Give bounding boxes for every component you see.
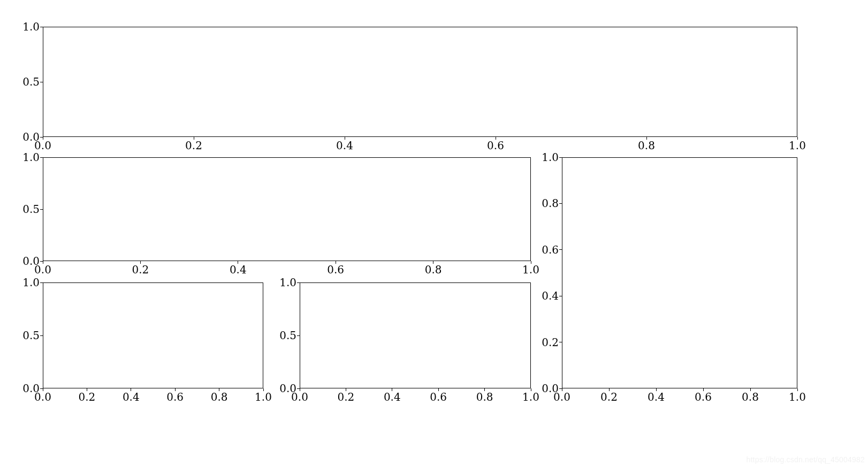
ytick-label: 0.0 [542,382,559,395]
ytick-label: 0.5 [22,75,40,88]
xtick-label: 0.6 [430,391,447,403]
xtick-label: 0.2 [132,263,149,276]
xtick-label: 1.0 [255,391,272,403]
ytick-label: 0.5 [22,329,40,342]
xtick-label: 0.2 [600,391,618,403]
ytick-label: 1.0 [22,20,40,33]
xtick-label: 0.4 [336,139,353,152]
xtick-label: 1.0 [789,139,806,152]
ytick-mark [40,388,43,389]
ytick-mark [40,261,43,262]
xtick-label: 0.6 [327,263,344,276]
xtick-label: 0.8 [742,391,759,403]
ytick-mark [40,27,43,27]
ytick-mark [40,82,43,82]
xtick-label: 0.8 [425,263,442,276]
ytick-label: 0.6 [542,243,559,256]
axes-ax5: 0.00.20.40.60.81.00.00.51.0 [300,282,531,388]
ytick-label: 0.0 [22,382,40,395]
axes-ax1: 0.00.20.40.60.81.00.00.51.0 [43,27,797,137]
ytick-mark [559,157,562,158]
xtick-label: 0.2 [337,391,354,403]
ytick-label: 1.0 [542,151,559,164]
ytick-mark [559,342,562,342]
ytick-mark [40,157,43,158]
xtick-label: 0.8 [211,391,228,403]
ytick-mark [40,209,43,210]
xtick-label: 1.0 [789,391,806,403]
axes-ax2: 0.00.20.40.60.81.00.00.51.0 [43,157,531,261]
ytick-mark [559,388,562,389]
xtick-label: 0.4 [648,391,665,403]
ytick-mark [40,137,43,137]
xtick-label: 0.4 [230,263,247,276]
ytick-mark [559,203,562,204]
xtick-label: 0.6 [695,391,712,403]
plot-area [43,157,531,261]
axes-ax4: 0.00.20.40.60.81.00.00.51.0 [43,282,263,388]
xtick-label: 0.6 [487,139,504,152]
ytick-mark [297,282,300,283]
ytick-label: 0.2 [542,336,559,349]
ytick-mark [40,282,43,283]
ytick-mark [297,388,300,389]
figure: 0.00.20.40.60.81.00.00.51.00.00.20.40.60… [0,0,868,466]
plot-area [562,157,797,388]
xtick-label: 0.6 [166,391,184,403]
xtick-label: 0.2 [78,391,95,403]
ytick-mark [559,249,562,250]
watermark-text: https://blog.csdn.net/qq_45004982 [747,455,865,464]
xtick-label: 0.4 [123,391,140,403]
ytick-mark [297,335,300,336]
ytick-label: 1.0 [279,276,296,289]
xtick-label: 0.2 [185,139,202,152]
xtick-label: 0.4 [384,391,401,403]
ytick-label: 0.8 [542,197,559,210]
xtick-label: 1.0 [522,263,539,276]
xtick-label: 1.0 [522,391,539,403]
ytick-label: 0.5 [22,203,40,216]
ytick-mark [559,296,562,296]
plot-area [300,282,531,388]
ytick-label: 1.0 [22,276,40,289]
ytick-label: 0.5 [279,329,296,342]
plot-area [43,282,263,388]
ytick-label: 0.0 [22,255,40,268]
ytick-mark [40,335,43,336]
ytick-label: 1.0 [22,151,40,164]
axes-ax3: 0.00.20.40.60.81.00.00.20.40.60.81.0 [562,157,797,388]
ytick-label: 0.0 [22,131,40,143]
ytick-label: 0.0 [279,382,296,395]
xtick-label: 0.8 [638,139,655,152]
xtick-label: 0.8 [476,391,493,403]
plot-area [43,27,797,137]
ytick-label: 0.4 [542,289,559,302]
